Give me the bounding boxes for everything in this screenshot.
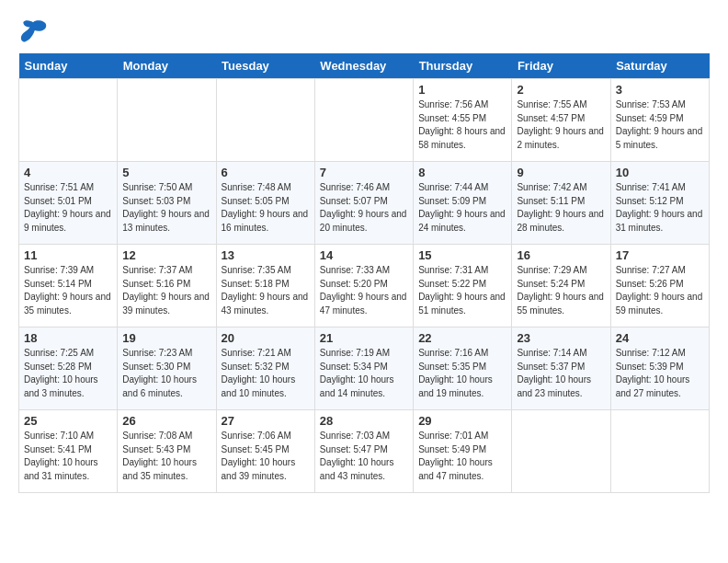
column-header-sunday: Sunday [19,53,118,79]
calendar-cell [512,410,610,493]
day-number: 23 [517,331,605,345]
calendar-cell: 4Sunrise: 7:51 AMSunset: 5:01 PMDaylight… [19,162,118,245]
calendar-cell: 29Sunrise: 7:01 AMSunset: 5:49 PMDayligh… [414,410,512,493]
calendar-cell: 27Sunrise: 7:06 AMSunset: 5:45 PMDayligh… [216,410,314,493]
calendar-week-row: 25Sunrise: 7:10 AMSunset: 5:41 PMDayligh… [19,410,710,493]
day-number: 2 [517,83,605,97]
calendar-cell: 11Sunrise: 7:39 AMSunset: 5:14 PMDayligh… [19,245,118,327]
calendar-week-row: 11Sunrise: 7:39 AMSunset: 5:14 PMDayligh… [19,245,710,327]
calendar-cell: 28Sunrise: 7:03 AMSunset: 5:47 PMDayligh… [314,410,413,493]
calendar-cell: 20Sunrise: 7:21 AMSunset: 5:32 PMDayligh… [216,327,314,410]
day-number: 3 [616,83,704,97]
day-number: 22 [418,331,506,345]
day-number: 21 [320,331,408,345]
day-number: 20 [222,331,310,345]
day-info: Sunrise: 7:48 AMSunset: 5:05 PMDaylight:… [222,181,310,235]
calendar-cell: 25Sunrise: 7:10 AMSunset: 5:41 PMDayligh… [19,410,118,493]
day-info: Sunrise: 7:56 AMSunset: 4:55 PMDaylight:… [418,98,506,152]
day-info: Sunrise: 7:31 AMSunset: 5:22 PMDaylight:… [418,264,506,317]
calendar-cell [118,79,216,162]
calendar-cell: 14Sunrise: 7:33 AMSunset: 5:20 PMDayligh… [314,245,413,327]
day-info: Sunrise: 7:53 AMSunset: 4:59 PMDaylight:… [616,98,704,152]
day-info: Sunrise: 7:44 AMSunset: 5:09 PMDaylight:… [418,181,506,235]
calendar-cell: 18Sunrise: 7:25 AMSunset: 5:28 PMDayligh… [19,327,118,410]
day-number: 16 [517,248,605,262]
calendar-cell: 6Sunrise: 7:48 AMSunset: 5:05 PMDaylight… [216,162,314,245]
day-number: 5 [122,166,210,179]
calendar-cell: 19Sunrise: 7:23 AMSunset: 5:30 PMDayligh… [118,327,216,410]
column-header-monday: Monday [118,53,216,79]
day-number: 6 [222,166,310,179]
column-header-wednesday: Wednesday [314,53,413,79]
calendar-cell: 22Sunrise: 7:16 AMSunset: 5:35 PMDayligh… [414,327,512,410]
calendar-cell: 21Sunrise: 7:19 AMSunset: 5:34 PMDayligh… [314,327,413,410]
calendar-header-row: SundayMondayTuesdayWednesdayThursdayFrid… [19,53,710,79]
calendar-week-row: 4Sunrise: 7:51 AMSunset: 5:01 PMDaylight… [19,162,710,245]
day-info: Sunrise: 7:29 AMSunset: 5:24 PMDaylight:… [517,264,605,317]
calendar-cell: 8Sunrise: 7:44 AMSunset: 5:09 PMDaylight… [414,162,512,245]
day-info: Sunrise: 7:06 AMSunset: 5:45 PMDaylight:… [222,430,310,483]
column-header-friday: Friday [512,53,610,79]
day-info: Sunrise: 7:46 AMSunset: 5:07 PMDaylight:… [320,181,408,235]
day-info: Sunrise: 7:39 AMSunset: 5:14 PMDaylight:… [24,264,112,317]
calendar-cell: 23Sunrise: 7:14 AMSunset: 5:37 PMDayligh… [512,327,610,410]
day-info: Sunrise: 7:19 AMSunset: 5:34 PMDaylight:… [320,347,408,400]
day-info: Sunrise: 7:10 AMSunset: 5:41 PMDaylight:… [24,430,112,483]
logo [18,18,51,44]
calendar-cell: 7Sunrise: 7:46 AMSunset: 5:07 PMDaylight… [314,162,413,245]
calendar-cell: 10Sunrise: 7:41 AMSunset: 5:12 PMDayligh… [610,162,709,245]
day-number: 11 [24,248,112,262]
page-header [18,18,710,44]
day-number: 27 [222,414,310,428]
calendar-cell: 15Sunrise: 7:31 AMSunset: 5:22 PMDayligh… [414,245,512,327]
day-info: Sunrise: 7:23 AMSunset: 5:30 PMDaylight:… [122,347,210,400]
day-number: 26 [122,414,210,428]
day-info: Sunrise: 7:42 AMSunset: 5:11 PMDaylight:… [517,181,605,235]
day-number: 13 [222,248,310,262]
day-number: 18 [24,331,112,345]
column-header-saturday: Saturday [610,53,709,79]
calendar-cell: 9Sunrise: 7:42 AMSunset: 5:11 PMDaylight… [512,162,610,245]
day-number: 8 [418,166,506,179]
day-info: Sunrise: 7:35 AMSunset: 5:18 PMDaylight:… [222,264,310,317]
calendar-week-row: 1Sunrise: 7:56 AMSunset: 4:55 PMDaylight… [19,79,710,162]
column-header-thursday: Thursday [414,53,512,79]
calendar-cell: 26Sunrise: 7:08 AMSunset: 5:43 PMDayligh… [118,410,216,493]
day-number: 24 [616,331,704,345]
day-info: Sunrise: 7:37 AMSunset: 5:16 PMDaylight:… [122,264,210,317]
day-info: Sunrise: 7:16 AMSunset: 5:35 PMDaylight:… [418,347,506,400]
day-number: 7 [320,166,408,179]
day-number: 10 [616,166,704,179]
calendar-cell: 24Sunrise: 7:12 AMSunset: 5:39 PMDayligh… [610,327,709,410]
calendar-cell: 12Sunrise: 7:37 AMSunset: 5:16 PMDayligh… [118,245,216,327]
day-number: 12 [122,248,210,262]
calendar-cell [19,79,118,162]
calendar-cell [216,79,314,162]
day-number: 15 [418,248,506,262]
day-info: Sunrise: 7:01 AMSunset: 5:49 PMDaylight:… [418,430,506,483]
day-number: 29 [418,414,506,428]
calendar-cell: 17Sunrise: 7:27 AMSunset: 5:26 PMDayligh… [610,245,709,327]
day-info: Sunrise: 7:21 AMSunset: 5:32 PMDaylight:… [222,347,310,400]
day-number: 9 [517,166,605,179]
day-number: 14 [320,248,408,262]
day-info: Sunrise: 7:08 AMSunset: 5:43 PMDaylight:… [122,430,210,483]
calendar-week-row: 18Sunrise: 7:25 AMSunset: 5:28 PMDayligh… [19,327,710,410]
day-number: 17 [616,248,704,262]
day-number: 4 [24,166,112,179]
calendar-cell [610,410,709,493]
calendar-cell: 3Sunrise: 7:53 AMSunset: 4:59 PMDaylight… [610,79,709,162]
day-info: Sunrise: 7:03 AMSunset: 5:47 PMDaylight:… [320,430,408,483]
day-info: Sunrise: 7:12 AMSunset: 5:39 PMDaylight:… [616,347,704,400]
calendar-cell [314,79,413,162]
day-info: Sunrise: 7:27 AMSunset: 5:26 PMDaylight:… [616,264,704,317]
calendar-cell: 2Sunrise: 7:55 AMSunset: 4:57 PMDaylight… [512,79,610,162]
calendar-cell: 5Sunrise: 7:50 AMSunset: 5:03 PMDaylight… [118,162,216,245]
day-number: 28 [320,414,408,428]
day-info: Sunrise: 7:33 AMSunset: 5:20 PMDaylight:… [320,264,408,317]
calendar-cell: 13Sunrise: 7:35 AMSunset: 5:18 PMDayligh… [216,245,314,327]
day-info: Sunrise: 7:14 AMSunset: 5:37 PMDaylight:… [517,347,605,400]
day-info: Sunrise: 7:51 AMSunset: 5:01 PMDaylight:… [24,181,112,235]
day-number: 19 [122,331,210,345]
column-header-tuesday: Tuesday [216,53,314,79]
